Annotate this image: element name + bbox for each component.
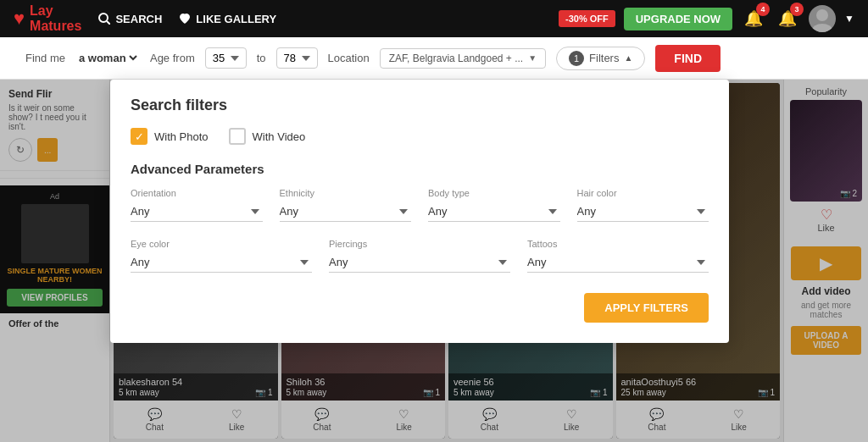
search-bar: Find me a woman Age from 35 to 78 Locati…: [0, 37, 868, 80]
filters-label: Filters: [589, 52, 619, 64]
body-type-select[interactable]: Any: [428, 202, 560, 222]
alerts-button[interactable]: 🔔 3: [775, 6, 800, 31]
age-from-select[interactable]: 35: [205, 47, 247, 69]
with-video-label: With Video: [253, 130, 306, 143]
tattoos-label: Tattoos: [527, 239, 709, 249]
eye-color-field: Eye color Any: [131, 239, 312, 273]
orientation-field: Orientation Any: [131, 188, 263, 222]
piercings-field: Piercings Any: [329, 239, 510, 273]
ethnicity-select[interactable]: Any: [280, 202, 412, 222]
header-right: -30% OFF UPGRADE NOW 🔔 4 🔔 3 ▼: [559, 5, 854, 32]
apply-filters-row: APPLY FILTERS: [131, 293, 709, 323]
orientation-select[interactable]: Any: [131, 202, 263, 222]
svg-line-1: [107, 21, 110, 25]
apply-filters-button[interactable]: APPLY FILTERS: [584, 293, 709, 323]
tattoos-select[interactable]: Any: [527, 252, 709, 273]
piercings-label: Piercings: [329, 239, 510, 249]
eye-color-select[interactable]: Any: [131, 252, 312, 273]
filter-panel-title: Search filters: [131, 97, 709, 114]
find-button[interactable]: FIND: [655, 45, 721, 72]
like-gallery-nav[interactable]: LIKE GALLERY: [179, 13, 276, 25]
svg-point-0: [99, 14, 108, 22]
orientation-label: Orientation: [131, 188, 263, 198]
search-nav[interactable]: SEARCH: [98, 13, 162, 25]
hair-color-field: Hair color Any: [577, 188, 709, 222]
photo-video-filters: ✓ With Photo With Video: [131, 128, 709, 145]
filter-panel: Search filters ✓ With Photo With Video A…: [110, 80, 729, 343]
hair-color-select[interactable]: Any: [577, 202, 709, 222]
location-dropdown-icon: ▼: [528, 53, 537, 63]
discount-badge: -30% OFF: [559, 10, 615, 27]
location-box[interactable]: ZAF, Belgravia Landgoed + ... ▼: [380, 48, 546, 69]
svg-point-2: [816, 9, 828, 21]
notif-badge-2: 3: [790, 3, 804, 16]
location-label: Location: [328, 52, 370, 64]
ethnicity-field: Ethnicity Any: [280, 188, 412, 222]
with-photo-checkbox[interactable]: ✓ With Photo: [131, 128, 209, 145]
filter-grid-row1: Orientation Any Ethnicity Any Body type …: [131, 188, 709, 222]
logo-heart-icon: ♥: [14, 8, 25, 30]
age-to-label: to: [257, 52, 266, 64]
tattoos-field: Tattoos Any: [527, 239, 709, 273]
hair-color-label: Hair color: [577, 188, 709, 198]
with-photo-checkbox-box[interactable]: ✓: [131, 128, 147, 145]
ethnicity-label: Ethnicity: [280, 188, 412, 198]
advanced-params-title: Advanced Parameters: [131, 162, 709, 176]
piercings-select[interactable]: Any: [329, 252, 510, 273]
main-content: Send Flir Is it weir on some show? I t n…: [0, 80, 868, 442]
notifications-button[interactable]: 🔔 4: [741, 6, 766, 31]
body-type-label: Body type: [428, 188, 560, 198]
header: ♥ LayMatures SEARCH LIKE GALLERY -30% OF…: [0, 0, 868, 37]
age-to-select[interactable]: 78: [276, 47, 318, 69]
heart-icon: [179, 14, 191, 25]
search-icon: [98, 13, 110, 25]
svg-point-3: [812, 24, 832, 32]
age-from-label: Age from: [150, 52, 195, 64]
notif-badge-1: 4: [756, 3, 770, 16]
with-video-checkbox-box[interactable]: [229, 128, 246, 145]
upgrade-button[interactable]: UPGRADE NOW: [624, 8, 732, 30]
body-type-field: Body type Any: [428, 188, 560, 222]
gender-select[interactable]: a woman: [75, 51, 140, 65]
logo[interactable]: ♥ LayMatures: [14, 3, 81, 34]
filter-grid-row2: Eye color Any Piercings Any Tattoos Any: [131, 239, 709, 273]
filters-button[interactable]: 1 Filters ▲: [556, 47, 645, 70]
with-photo-label: With Photo: [154, 130, 209, 143]
dropdown-arrow-icon: ▼: [844, 13, 854, 25]
filters-arrow-icon: ▲: [624, 53, 632, 63]
find-me-label: Find me: [25, 52, 65, 64]
location-value: ZAF, Belgravia Landgoed + ...: [389, 52, 523, 64]
user-avatar[interactable]: [809, 5, 836, 32]
logo-text: LayMatures: [30, 3, 81, 34]
eye-color-label: Eye color: [131, 239, 312, 249]
filter-count: 1: [569, 51, 584, 66]
with-video-checkbox[interactable]: With Video: [229, 128, 306, 145]
